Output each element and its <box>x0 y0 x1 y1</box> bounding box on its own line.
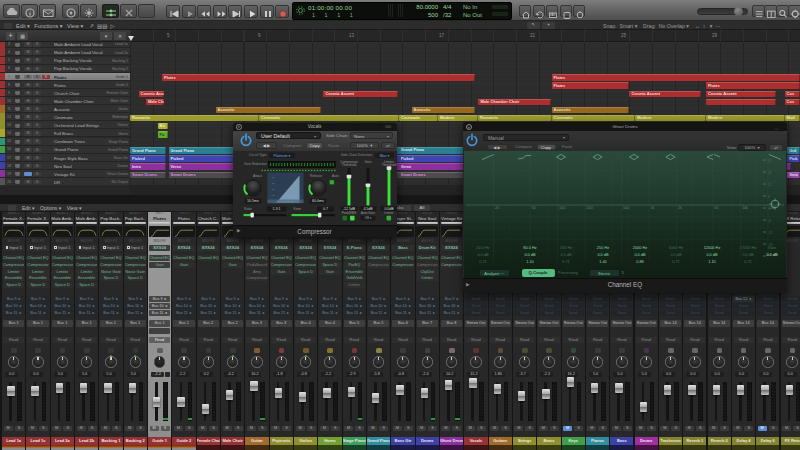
svg-text:Platinum ▾: Platinum ▾ <box>273 154 290 158</box>
svg-text:500: 500 <box>622 206 628 210</box>
svg-text:Off ▾: Off ▾ <box>364 216 371 220</box>
svg-text:10.5ms: 10.5ms <box>247 199 259 203</box>
svg-text:5k: 5k <box>714 206 718 210</box>
svg-text:Auto Gain: Auto Gain <box>361 211 375 215</box>
svg-text:Ratio: Ratio <box>244 207 252 211</box>
svg-text:Attack: Attack <box>253 174 263 178</box>
svg-text:Max ▾: Max ▾ <box>379 154 389 158</box>
svg-text:2k: 2k <box>677 206 681 210</box>
svg-text:-12: -12 <box>768 231 773 235</box>
svg-text:20: 20 <box>495 206 499 210</box>
svg-text:Knee: Knee <box>293 207 301 211</box>
svg-text:1k: 1k <box>650 206 654 210</box>
svg-text:1.3:1: 1.3:1 <box>272 207 280 211</box>
svg-text:50: 50 <box>531 206 535 210</box>
svg-text:Threshold: Threshold <box>381 163 396 167</box>
svg-text:12: 12 <box>768 183 772 187</box>
svg-text:Gain: Gain <box>364 160 371 164</box>
svg-text:6: 6 <box>768 195 770 199</box>
svg-text:-50 -40 -30 -20 -10 0: -50 -40 -30 -20 -10 0 <box>276 200 295 202</box>
svg-text:0.7: 0.7 <box>323 207 328 211</box>
svg-text:100: 100 <box>559 206 565 210</box>
svg-text:Release: Release <box>310 174 322 178</box>
svg-text:Peak|RMS: Peak|RMS <box>341 211 356 215</box>
svg-text:0.0dB: 0.0dB <box>384 207 394 211</box>
svg-text:Limiter: Limiter <box>384 211 393 215</box>
svg-text:200: 200 <box>586 206 592 210</box>
svg-text:4.5dB: 4.5dB <box>363 207 373 211</box>
svg-text:10k: 10k <box>741 206 747 210</box>
svg-text:24: 24 <box>768 159 772 163</box>
svg-text:18: 18 <box>768 171 772 175</box>
svg-text:-12.5dB: -12.5dB <box>342 207 355 211</box>
svg-text:60.0ms: 60.0ms <box>312 199 324 203</box>
svg-text:Threshold: Threshold <box>341 163 356 167</box>
svg-text:-6: -6 <box>768 219 771 223</box>
svg-text:Circuit Type:: Circuit Type: <box>249 153 267 157</box>
svg-text:Auto: Auto <box>332 174 339 178</box>
svg-text:Gain Reduction: Gain Reduction <box>244 162 267 166</box>
svg-text:Side Chain Detection:: Side Chain Detection: <box>341 153 373 157</box>
